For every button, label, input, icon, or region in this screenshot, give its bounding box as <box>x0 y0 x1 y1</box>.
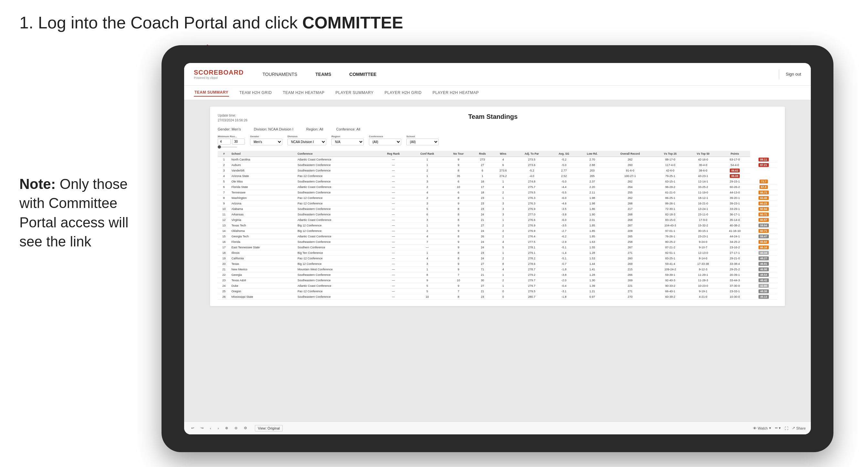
col-avg-sg: Avg. SG <box>550 151 578 157</box>
table-row: 18IllinoisBig Ten Conference—18231279.1-… <box>218 250 777 256</box>
sub-nav-player-summary[interactable]: PLAYER SUMMARY <box>335 89 374 96</box>
col-rnds: Rnds <box>472 151 493 157</box>
toolbar-watch[interactable]: 👁 Watch ▾ <box>753 426 771 430</box>
toolbar-fullscreen[interactable]: ⛶ <box>785 426 788 430</box>
panel-header: Update time: 27/03/2024 16:56:26 Team St… <box>218 113 777 123</box>
gender-control: Gender Men's <box>250 135 282 145</box>
sign-out-button[interactable]: Sign out <box>786 72 801 76</box>
col-wins: Wins <box>493 151 514 157</box>
toolbar-add[interactable]: ⊕ <box>223 425 230 431</box>
col-conf-rank: Conf Rank <box>410 151 444 157</box>
min-rounds-control: Minimum Rou... <box>218 135 245 148</box>
filters-row: Gender: Men's Division: NCAA Division I … <box>218 127 777 131</box>
col-overall-record: Overall Record <box>606 151 654 157</box>
table-row: 21New MexicoMountain West Conference—197… <box>218 267 777 272</box>
table-row: 11ArkansasSoutheastern Conference—682432… <box>218 212 777 217</box>
sub-nav-player-h2h-heatmap[interactable]: PLAYER H2H HEATMAP <box>432 89 479 96</box>
rounds-slider[interactable] <box>218 147 245 148</box>
table-row: 19CaliforniaPac-12 Conference—48242278.2… <box>218 256 777 261</box>
min-rounds-input-1[interactable] <box>218 138 231 145</box>
table-row: 13Texas TechBig 12 Conference—19272276.9… <box>218 223 777 228</box>
conference-filter-display: Conference: All <box>336 127 361 131</box>
region-control: Region N/A <box>332 135 364 145</box>
col-adj-to-par: Adj. To Par <box>514 151 550 157</box>
standings-panel: Update time: 27/03/2024 16:56:26 Team St… <box>210 106 785 306</box>
tablet-bezel: SCOREBOARD Powered by clippd TOURNAMENTS… <box>161 45 833 452</box>
region-select[interactable]: N/A <box>332 138 364 145</box>
panel-title: Team Standings <box>247 113 739 121</box>
col-rank: # <box>218 151 230 157</box>
col-points: Points <box>719 151 750 157</box>
standings-table: # School Conference Reg Rank Conf Rank N… <box>218 151 777 300</box>
table-row: 12VirginiaAtlantic Coast Conference—3821… <box>218 217 777 223</box>
logo-sub: Powered by clippd <box>194 76 244 80</box>
table-row: 2AuburnSoutheastern Conference—19276273.… <box>218 162 777 168</box>
col-vs-top-50: Vs Top 50 <box>687 151 720 157</box>
nav-divider <box>779 69 779 79</box>
toolbar-back[interactable]: ‹ <box>208 425 213 431</box>
table-row: 5Ole MissSoutheastern Conference—3618127… <box>218 179 777 184</box>
nav-teams[interactable]: TEAMS <box>313 70 334 78</box>
toolbar-settings[interactable]: ⚙ <box>242 425 249 431</box>
table-row: 20TexasBig 12 Conference—39278278.6-0.71… <box>218 261 777 267</box>
gender-filter-display: Gender: Men's <box>218 127 241 131</box>
table-row: 6Florida StateAtlantic Coast Conference—… <box>218 184 777 190</box>
school-control: School (All) <box>406 135 439 145</box>
note-block: Note: Only those with Committee Portal a… <box>20 175 142 251</box>
table-row: 15Georgia TechAtlantic Coast Conference—… <box>218 234 777 239</box>
table-row: 22GeorgiaSoutheastern Conference—8721127… <box>218 272 777 278</box>
sub-nav-player-h2h-grid[interactable]: PLAYER H2H GRID <box>384 89 422 96</box>
top-navigation: SCOREBOARD Powered by clippd TOURNAMENTS… <box>184 63 811 86</box>
sub-navigation: TEAM SUMMARY TEAM H2H GRID TEAM H2H HEAT… <box>184 86 811 100</box>
toolbar-view-original[interactable]: View: Original <box>255 425 283 432</box>
conference-control: Conference (All) <box>369 135 401 145</box>
table-row: 10AlabamaSoutheastern Conference—5823327… <box>218 206 777 212</box>
nav-items: TOURNAMENTS TEAMS COMMITTEE <box>260 70 779 78</box>
nav-committee[interactable]: COMMITTEE <box>347 70 379 78</box>
col-conference: Conference <box>296 151 377 157</box>
tablet-screen: SCOREBOARD Powered by clippd TOURNAMENTS… <box>184 63 811 434</box>
region-filter-display: Region: All <box>306 127 323 131</box>
toolbar-redo[interactable]: ↪ <box>199 425 206 431</box>
col-low-rd: Low Rd. <box>578 151 606 157</box>
sub-nav-team-h2h-heatmap[interactable]: TEAM H2H HEATMAP <box>282 89 325 96</box>
division-select[interactable]: NCAA Division I <box>287 138 326 145</box>
col-reg-rank: Reg Rank <box>377 151 410 157</box>
update-time-label: Update time: <box>218 113 247 118</box>
division-control: Division NCAA Division I <box>287 135 326 145</box>
table-row: 1North CarolinaAtlantic Coast Conference… <box>218 157 777 162</box>
table-row: 14OklahomaBig 12 Conference—29242276.9-2… <box>218 228 777 234</box>
table-row: 23Texas A&MSoutheastern Conference—91030… <box>218 278 777 283</box>
division-filter-display: Division: NCAA Division I <box>254 127 293 131</box>
bottom-toolbar: ↩ ↪ ‹ › ⊕ ⊖ ⚙ View: Original 👁 Watch ▾ ✏… <box>184 422 811 434</box>
table-row: 9ArizonaPac-12 Conference—39233276.3-4.6… <box>218 201 777 206</box>
table-row: 26Mississippi StateSoutheastern Conferen… <box>218 294 777 300</box>
sub-nav-team-h2h-grid[interactable]: TEAM H2H GRID <box>239 89 273 96</box>
nav-tournaments[interactable]: TOURNAMENTS <box>260 70 300 78</box>
table-row: 25OregonPac-12 Conference—57210279.5-3.1… <box>218 289 777 294</box>
conference-select[interactable]: (All) <box>369 138 401 145</box>
logo-text: SCOREBOARD <box>194 69 244 76</box>
update-time-value: 27/03/2024 16:56:26 <box>218 118 247 123</box>
logo-area: SCOREBOARD Powered by clippd <box>194 69 244 80</box>
col-vs-top-25: Vs Top 25 <box>654 151 687 157</box>
table-row: 4Arizona StatePac-12 Conference—1351274.… <box>218 174 777 179</box>
table-row: 8WashingtonPac-12 Conference—28231276.3-… <box>218 195 777 201</box>
col-no-tour: No Tour <box>445 151 473 157</box>
school-select[interactable]: (All) <box>406 138 439 145</box>
toolbar-right: 👁 Watch ▾ ✏ ▾ ⛶ ↗ Share <box>753 426 806 430</box>
step-heading: 1. Log into the Coach Portal and click C… <box>20 13 403 32</box>
gender-select[interactable]: Men's <box>250 138 282 145</box>
table-row: 17East Tennessee StateSouthern Conferenc… <box>218 245 777 250</box>
toolbar-undo[interactable]: ↩ <box>189 425 196 431</box>
sub-nav-team-summary[interactable]: TEAM SUMMARY <box>194 89 229 97</box>
min-rounds-input-2[interactable] <box>232 138 245 145</box>
table-row: 7TennesseeSoutheastern Conference—461822… <box>218 190 777 195</box>
toolbar-forward[interactable]: › <box>216 425 221 431</box>
table-row: 24DukeAtlantic Coast Conference—59271279… <box>218 283 777 289</box>
toolbar-annotate[interactable]: ✏ ▾ <box>775 426 781 430</box>
toolbar-remove[interactable]: ⊖ <box>232 425 239 431</box>
table-row: 16FloridaSoutheastern Conference—7924427… <box>218 239 777 245</box>
col-school: School <box>230 151 296 157</box>
toolbar-share[interactable]: ↗ Share <box>792 426 806 430</box>
